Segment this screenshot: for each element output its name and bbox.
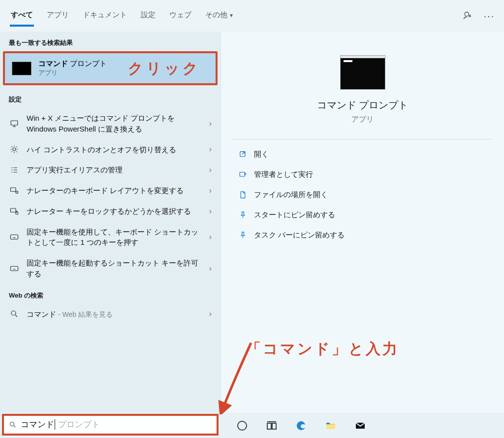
action-label: ファイルの場所を開く [254,190,328,200]
web-search-row[interactable]: コマンド - Web 結果を見る › [0,304,220,325]
svg-point-2 [13,148,16,151]
action-label: 開く [254,150,269,159]
cmd-thumbnail-icon [12,62,32,75]
action-label: 管理者として実行 [254,170,313,179]
search-typed-text: コマンド [21,419,54,430]
monitor-icon [9,119,20,128]
pin-start-icon [239,211,247,219]
svg-rect-6 [16,212,18,214]
search-icon [9,309,20,318]
list-icon [9,166,20,174]
preview-title: コマンド プロンプト [221,99,504,112]
section-settings: 設定 [0,88,220,108]
best-match-title: コマンド プロンプト [38,59,107,68]
svg-point-13 [238,421,247,430]
action-open[interactable]: 開く [221,144,504,165]
settings-row-label: 固定キー機能を起動するショートカット キーを許可する [27,258,202,279]
taskbar-icons [220,418,368,434]
action-run-admin[interactable]: 管理者として実行 [221,165,504,185]
chevron-right-icon: › [209,309,212,318]
monitor-lock-icon [9,207,20,216]
folder-icon [239,191,247,199]
settings-row-narrator-lock[interactable]: ナレーター キーをロックするかどうかを選択する › [0,201,220,222]
open-icon [239,150,247,159]
edge-icon[interactable] [293,418,309,434]
chevron-right-icon: › [209,166,212,174]
explorer-icon[interactable] [323,418,339,434]
chevron-right-icon: › [209,207,212,216]
settings-row-label: ナレーターのキーボード レイアウトを変更する [27,185,202,196]
chevron-right-icon: › [209,233,212,241]
svg-rect-1 [11,121,18,125]
tab-docs[interactable]: ドキュメント [78,5,132,27]
feedback-icon[interactable] [459,7,476,25]
web-search-label: コマンド - Web 結果を見る [27,309,202,320]
keyboard-icon [9,233,20,241]
mail-icon[interactable] [352,418,368,434]
action-pin-start[interactable]: スタートにピン留めする [221,205,504,225]
svg-rect-14 [267,423,271,429]
svg-rect-5 [11,208,16,212]
svg-rect-16 [326,425,335,429]
preview-subtitle: アプリ [221,115,504,124]
chevron-right-icon: › [209,264,212,273]
settings-row-sticky-use[interactable]: 固定キー機能を使用して、キーボード ショートカットとして一度に 1 つのキーを押… [0,222,220,253]
best-match-title-rest: プロンプト [68,59,107,67]
annotation-click: クリック [128,58,201,78]
tab-more-label: その他 [205,10,227,19]
keyboard-icon [9,264,20,273]
search-icon [9,421,17,429]
svg-rect-17 [326,423,330,424]
taskbar: コマンド プロンプト [0,413,504,438]
settings-row-contrast[interactable]: ハイ コントラストのオンとオフを切り替える › [0,139,220,160]
tab-apps[interactable]: アプリ [42,5,74,27]
svg-rect-8 [11,266,18,270]
search-hint-text: プロンプト [58,419,100,430]
web-search-query: コマンド [27,310,56,318]
sun-icon [9,145,20,154]
more-options-icon[interactable]: ··· [480,7,498,25]
tab-settings[interactable]: 設定 [136,5,160,27]
best-match-result[interactable]: コマンド プロンプト アプリ クリック [3,51,218,85]
svg-point-4 [16,191,18,194]
svg-rect-7 [11,235,18,239]
settings-row-alias[interactable]: アプリ実行エイリアスの管理 › [0,160,220,180]
tab-more[interactable]: その他 ▾ [200,5,238,27]
settings-row-winx[interactable]: Win + X メニューではコマンド プロンプトを Windows PowerS… [0,108,220,139]
chevron-right-icon: › [209,145,212,154]
search-tabs: すべて アプリ ドキュメント 設定 ウェブ その他 ▾ ··· [0,0,504,32]
settings-row-label: アプリ実行エイリアスの管理 [27,165,202,175]
tab-all[interactable]: すべて [6,5,38,27]
web-search-tail: - Web 結果を見る [56,310,113,318]
svg-point-0 [465,12,469,16]
settings-row-narrator-layout[interactable]: ナレーターのキーボード レイアウトを変更する › [0,180,220,201]
svg-point-12 [10,422,14,426]
section-best-match: 最も一致する検索結果 [0,32,220,51]
preview-panel: コマンド プロンプト アプリ 開く 管理者として実行 ファイルの場所を開く スタ… [220,32,504,413]
shield-icon [239,170,247,179]
svg-rect-3 [11,188,16,192]
settings-row-label: ナレーター キーをロックするかどうかを選択する [27,206,202,217]
cortana-icon[interactable] [234,418,250,434]
chevron-down-icon: ▾ [228,12,233,19]
preview-app-icon [340,55,385,90]
action-label: タスク バーにピン留めする [254,231,345,240]
svg-rect-15 [272,423,276,429]
action-label: スタートにピン留めする [254,210,335,220]
settings-row-label: Win + X メニューではコマンド プロンプトを Windows PowerS… [27,113,202,135]
action-pin-taskbar[interactable]: タスク バーにピン留めする [221,225,504,245]
divider [233,139,492,139]
settings-row-label: ハイ コントラストのオンとオフを切り替える [27,144,202,155]
settings-row-sticky-shortcut[interactable]: 固定キー機能を起動するショートカット キーを許可する › [0,253,220,284]
svg-point-9 [11,311,16,315]
svg-rect-11 [240,172,245,177]
task-view-icon[interactable] [264,418,280,434]
best-match-title-bold: コマンド [38,59,68,67]
action-open-location[interactable]: ファイルの場所を開く [221,185,504,205]
taskbar-search[interactable]: コマンド プロンプト [2,414,219,436]
section-web: Web の検索 [0,284,220,304]
results-panel: 最も一致する検索結果 コマンド プロンプト アプリ クリック 設定 Win + … [0,32,220,413]
best-match-subtitle: アプリ [38,68,107,77]
pin-taskbar-icon [239,231,247,239]
tab-web[interactable]: ウェブ [164,5,196,27]
